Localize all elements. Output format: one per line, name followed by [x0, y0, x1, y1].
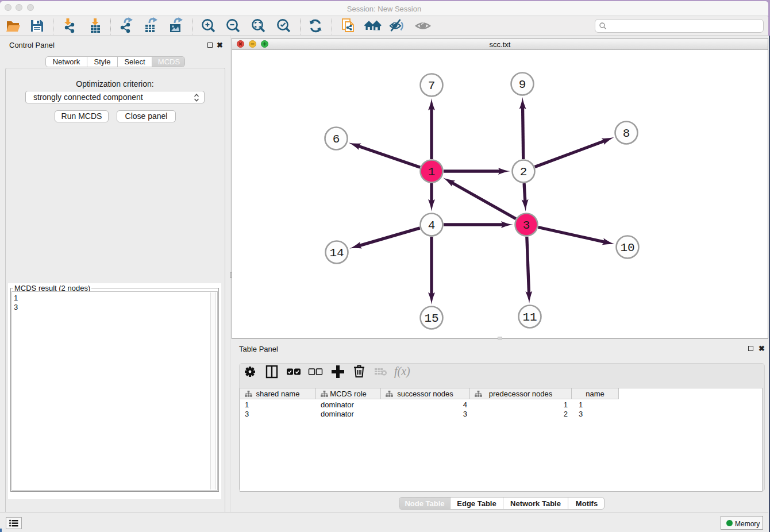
svg-text:14: 14 — [329, 246, 344, 260]
svg-text:1: 1 — [428, 165, 436, 179]
svg-text:8: 8 — [623, 127, 630, 140]
svg-text:4: 4 — [428, 219, 436, 232]
svg-text:11: 11 — [522, 311, 537, 324]
svg-text:6: 6 — [333, 133, 340, 146]
svg-text:10: 10 — [620, 241, 634, 255]
svg-text:2: 2 — [520, 165, 528, 179]
svg-text:7: 7 — [428, 79, 436, 92]
svg-text:15: 15 — [424, 312, 438, 325]
svg-text:3: 3 — [523, 219, 530, 232]
svg-text:9: 9 — [519, 78, 526, 91]
